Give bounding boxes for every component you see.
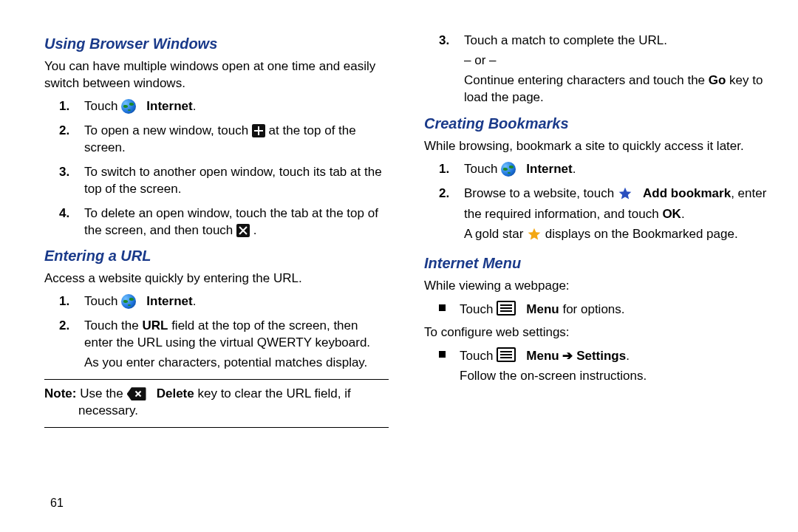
star-blue-icon [618,186,632,206]
menu-label: Menu [526,302,559,316]
svg-marker-0 [619,187,632,199]
period: . [573,162,576,176]
steps-entering-url-cont: 3. Touch a match to complete the URL. – … [424,33,768,106]
settings-label: Settings [576,349,626,363]
step-3: 3. To switch to another open window, tou… [84,164,389,198]
intro-text: Access a website quickly by entering the… [44,270,389,287]
note-pre: Use the [76,386,126,400]
step-subtext: As you enter characters, potential match… [84,355,389,372]
add-bookmark-label: Add bookmark [643,186,731,200]
bullet-list: Touch Menu for options. [424,301,768,318]
bullet-text: Touch [460,302,497,316]
period: . [681,207,685,221]
steps-entering-url: 1. Touch Internet. 2. Touch the URL fiel… [44,293,389,372]
step-text: To delete an open window, touch the tab … [84,206,378,237]
menu-icon [497,347,516,362]
manual-page: Using Browser Windows You can have multi… [0,0,798,532]
period: . [626,349,630,363]
bullet-text: for options. [562,302,624,316]
step-1: 1. Touch Internet. [84,293,389,310]
step-after: A gold star displays on the Bookmarked p… [464,226,768,247]
internet-label: Internet [526,162,572,176]
delete-label: Delete [157,386,194,400]
step-text: Continue entering characters and touch t… [464,72,768,106]
intro-text: While browsing, bookmark a site to quick… [424,138,768,155]
bullet-subtext: Follow the on-screen instructions. [460,368,768,385]
step-4: 4. To delete an open window, touch the t… [84,205,389,239]
note: Note: Use the Delete key to clear the UR… [44,386,389,420]
bullet-list: Touch Menu ➔ Settings. Follow the on-scr… [424,347,768,385]
step-3: 3. Touch a match to complete the URL. – … [464,33,768,106]
internet-label: Internet [146,99,192,113]
divider [44,379,389,380]
menu-icon [497,301,516,316]
period: . [193,294,197,308]
url-label: URL [142,318,168,332]
heading-using-browser-windows: Using Browser Windows [44,34,389,54]
step-2: 2. Browse to a website, touch Add bookma… [464,185,768,247]
arrow-icon: ➔ [559,349,576,363]
heading-internet-menu: Internet Menu [424,253,768,273]
or-text: – or – [464,52,768,69]
step-1: 1. Touch Internet. [464,161,768,178]
step-1: 1. Touch Internet. [84,98,389,115]
close-icon [236,224,250,237]
internet-label: Internet [146,294,192,308]
star-gold-icon [527,227,542,247]
mid-text: To configure web settings: [424,324,768,341]
step-text: Touch the [84,318,142,332]
ok-label: OK [662,207,681,221]
step-text: Touch [464,162,501,176]
go-label: Go [709,73,726,87]
heading-entering-a-url: Entering a URL [44,246,389,266]
menu-label: Menu [526,349,559,363]
step-2: 2. Touch the URL field at the top of the… [84,318,389,372]
plus-icon [252,124,265,137]
internet-globe-icon [121,99,136,114]
left-column: Using Browser Windows You can have multi… [44,30,389,517]
step-text: Touch a match to complete the URL. [464,33,667,47]
steps-bookmarks: 1. Touch Internet. 2. Browse to a websit… [424,161,768,247]
step-text: To switch to another open window, touch … [84,165,382,196]
intro-text: You can have multiple windows open at on… [44,58,389,92]
period: . [193,99,197,113]
divider [44,427,389,428]
step-text: To open a new window, touch [84,123,252,137]
delete-key-icon [127,387,146,400]
period: . [253,223,257,237]
svg-marker-1 [528,228,541,239]
bullet-text: Touch [460,349,497,363]
intro-text: While viewing a webpage: [424,278,768,295]
step-text: Browse to a website, touch [464,186,618,200]
step-2: 2. To open a new window, touch at the to… [84,123,389,157]
step-text: Touch [84,99,121,113]
note-label: Note: [44,386,76,400]
page-number: 61 [50,495,64,511]
right-column: 3. Touch a match to complete the URL. – … [424,30,768,517]
list-item: Touch Menu for options. [460,301,768,318]
list-item: Touch Menu ➔ Settings. Follow the on-scr… [460,347,768,385]
internet-globe-icon [121,294,136,309]
heading-creating-bookmarks: Creating Bookmarks [424,114,768,134]
step-text: Touch [84,294,121,308]
steps-using-browser-windows: 1. Touch Internet. 2. To open a new wind… [44,98,389,239]
internet-globe-icon [501,162,516,177]
